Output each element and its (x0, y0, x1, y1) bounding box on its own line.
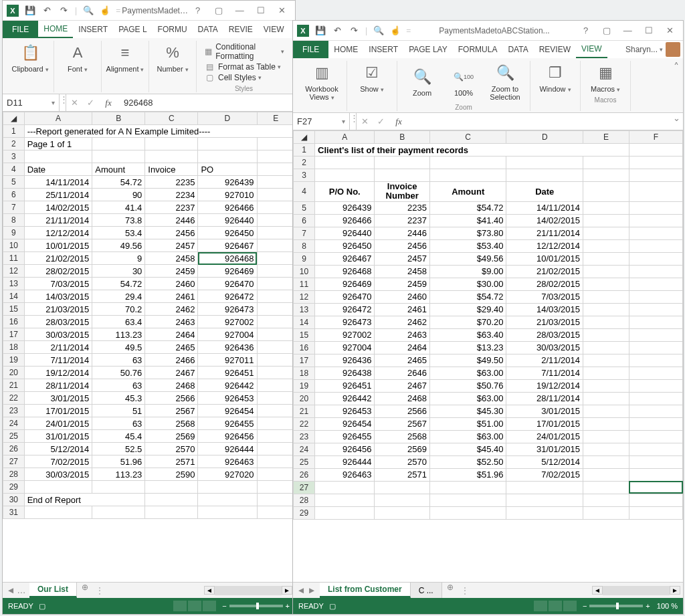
ribbon-tab-page l[interactable]: PAGE L (113, 21, 152, 38)
cell[interactable]: 14/11/2014 (506, 201, 583, 214)
fx-icon[interactable]: fx (98, 98, 118, 108)
macro-record-icon[interactable]: ▢ (39, 602, 45, 611)
cell[interactable]: 63 (92, 354, 145, 367)
undo-button[interactable]: ↶ (39, 3, 54, 18)
cell-styles-button[interactable]: ▢Cell Styles▾ (203, 73, 284, 82)
col-header-E[interactable]: E (583, 131, 629, 144)
cell[interactable]: 926456 (315, 443, 375, 455)
row-header[interactable]: 14 (3, 290, 25, 303)
cell[interactable]: 926473 (315, 316, 375, 328)
cell[interactable]: 2460 (375, 290, 429, 303)
redo-button[interactable]: ↷ (57, 3, 72, 18)
cell[interactable]: 2570 (375, 455, 429, 468)
cell[interactable]: 2460 (145, 278, 198, 290)
row-header[interactable]: 11 (294, 278, 315, 290)
row-header[interactable]: 10 (294, 265, 315, 278)
row-header[interactable]: 21 (3, 379, 25, 392)
cell[interactable]: 28/03/2015 (506, 328, 583, 341)
row-header[interactable]: 6 (3, 189, 25, 201)
cell[interactable]: 926463 (198, 455, 257, 468)
col-header-A[interactable]: A (24, 112, 92, 125)
row-header[interactable]: 24 (294, 443, 315, 455)
cell[interactable]: 2464 (375, 341, 429, 354)
cell[interactable]: 2235 (375, 201, 429, 214)
zoom-in-button[interactable]: + (286, 602, 290, 610)
font-button[interactable]: AFont▾ (58, 41, 97, 75)
cell[interactable]: $54.72 (429, 201, 506, 214)
cell[interactable]: 2568 (145, 417, 198, 430)
cell[interactable]: 2466 (145, 354, 198, 367)
window-button[interactable]: ❐Window▾ (534, 61, 576, 95)
zoom-in-button[interactable]: + (646, 602, 650, 610)
maximize-button[interactable]: ☐ (640, 23, 658, 38)
row-header[interactable]: 28 (3, 468, 25, 481)
cell[interactable]: 2237 (145, 201, 198, 214)
select-all-cell[interactable]: ◢ (3, 112, 25, 125)
cell[interactable]: 926451 (198, 367, 257, 379)
ribbon-tab-formu[interactable]: FORMU (153, 21, 193, 38)
row-header[interactable]: 23 (3, 405, 25, 417)
cell[interactable]: 29.4 (92, 290, 145, 303)
undo-button[interactable]: ↶ (330, 23, 345, 38)
cell[interactable]: 12/12/2014 (506, 239, 583, 252)
row-header[interactable]: 16 (3, 316, 25, 328)
cell[interactable]: 113.23 (92, 468, 145, 481)
cell[interactable]: 2462 (375, 316, 429, 328)
cell[interactable]: 2459 (145, 265, 198, 278)
name-box[interactable]: F27▾ (293, 113, 350, 130)
row-header[interactable]: 18 (294, 367, 315, 379)
cell[interactable]: 2459 (375, 278, 429, 290)
cell[interactable]: 2/11/2014 (24, 341, 92, 354)
cell[interactable]: 2235 (145, 176, 198, 189)
cell[interactable]: 926444 (198, 443, 257, 455)
cell[interactable]: 54.72 (92, 278, 145, 290)
cell[interactable]: 926456 (198, 430, 257, 443)
touch-mode-button[interactable]: ☝ (98, 3, 112, 18)
row-header[interactable]: 25 (294, 455, 315, 468)
row-header[interactable]: 14 (294, 316, 315, 328)
titlebar[interactable]: X 💾 ↶ ↷ | 🔍 ☝ = PaymentsMadetoAB... ? ▢ … (3, 1, 295, 21)
row-header[interactable]: 31 (3, 506, 25, 519)
cell[interactable]: 21/11/2014 (24, 214, 92, 227)
cell[interactable]: 2566 (375, 405, 429, 417)
cell[interactable]: 926466 (198, 201, 257, 214)
cell[interactable]: 926468 (198, 252, 257, 265)
row-header[interactable]: 30 (3, 494, 25, 506)
cell[interactable]: 926440 (198, 214, 257, 227)
cell[interactable]: 51.96 (92, 455, 145, 468)
cell[interactable]: 926467 (315, 252, 375, 265)
zoom-percent[interactable]: 100 % (657, 602, 678, 610)
cell[interactable]: 926467 (198, 239, 257, 252)
name-box[interactable]: D11▾ (3, 94, 60, 111)
cell[interactable]: 2446 (375, 227, 429, 239)
row-header[interactable]: 19 (294, 379, 315, 392)
cell[interactable]: 28/02/2015 (24, 265, 92, 278)
cell[interactable]: 2566 (145, 392, 198, 405)
cell[interactable]: 2463 (145, 316, 198, 328)
cell[interactable]: 30/03/2015 (24, 328, 92, 341)
hscroll-left[interactable]: ◄ (204, 586, 215, 595)
cell[interactable]: 2458 (375, 265, 429, 278)
cell[interactable]: 50.76 (92, 367, 145, 379)
cell[interactable]: 90 (92, 189, 145, 201)
cell[interactable]: 19/12/2014 (506, 379, 583, 392)
cell[interactable]: 51 (92, 405, 145, 417)
preview-button[interactable]: 🔍 (81, 3, 96, 18)
col-header-A[interactable]: A (315, 131, 375, 144)
cell[interactable]: 14/11/2014 (24, 176, 92, 189)
row-header[interactable]: 17 (294, 354, 315, 367)
cell[interactable]: 926454 (198, 405, 257, 417)
cell[interactable]: 2590 (145, 468, 198, 481)
add-sheet-button[interactable]: ⊕ (442, 583, 458, 598)
cell[interactable]: 21/03/2015 (506, 316, 583, 328)
macro-record-icon[interactable]: ▢ (329, 602, 336, 611)
close-button[interactable]: ✕ (660, 23, 679, 38)
cell[interactable]: 28/11/2014 (506, 392, 583, 405)
row-header[interactable]: 29 (294, 506, 315, 519)
cell[interactable]: 2567 (375, 417, 429, 430)
cell[interactable]: $50.76 (429, 379, 506, 392)
row-header[interactable]: 26 (3, 443, 25, 455)
cell[interactable]: 2457 (375, 252, 429, 265)
cell[interactable]: 926439 (315, 201, 375, 214)
cancel-formula-button[interactable]: ✕ (66, 98, 82, 108)
